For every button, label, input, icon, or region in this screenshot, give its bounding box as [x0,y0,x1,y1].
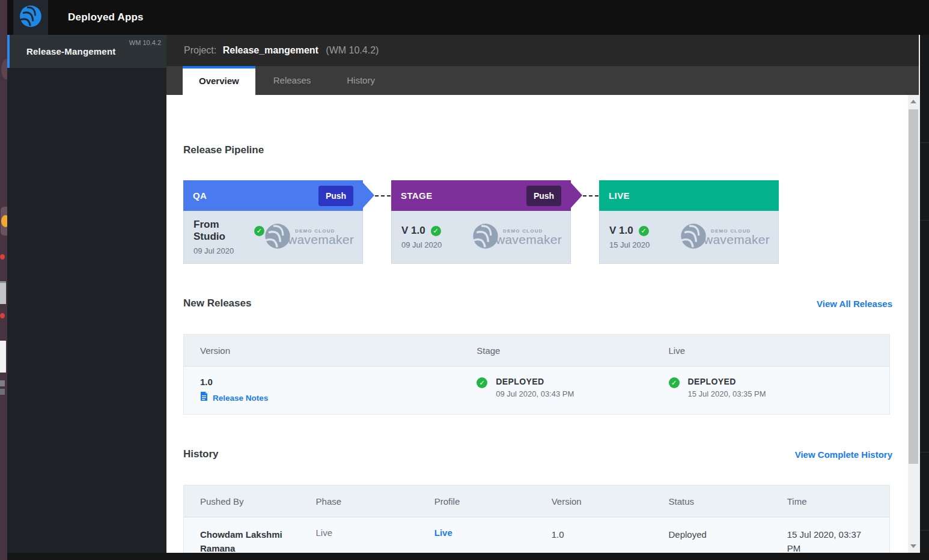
logo-text-wavemaker: wavemaker [704,234,770,246]
stage-name: STAGE [401,190,433,201]
pipeline-card-live: LIVE V 1.0 ✓ 15 Jul 2020 [599,180,779,264]
success-check-icon: ✓ [254,226,264,236]
dock-badge-fragment [0,313,5,318]
tab-releases[interactable]: Releases [255,66,329,95]
strip-divider [920,452,929,452]
page-title: Deployed Apps [68,0,144,35]
wavemaker-wave-icon [19,5,42,30]
release-pipeline: QA Push From Studio ✓ 09 Jul 2020 [183,180,890,264]
project-label: Project: [184,45,216,55]
main-panel: Project: Release_mangement (WM 10.4.2) O… [166,35,919,553]
stage-card-header: STAGE Push [391,180,571,211]
history-phase: Live [316,517,434,553]
column-header-version: Version [184,335,477,366]
new-releases-title: New Releases [183,297,251,309]
bottom-window-edge [7,553,929,560]
arrow-up-icon [910,100,916,103]
demo-cloud-wavemaker-logo: DEMO CLOUD wavemaker [472,223,562,252]
scroll-up-button[interactable] [908,95,919,108]
vertical-scrollbar[interactable] [908,95,919,553]
dock-badge-fragment [0,254,5,260]
column-header-pushed-by: Pushed By [184,485,316,517]
dock-icon-fragment [1,215,7,227]
history-header: History View Complete History [183,448,892,460]
new-releases-table-header: Version Stage Live [184,335,889,367]
scrollbar-thumb[interactable] [909,109,918,464]
column-header-phase: Phase [316,485,434,517]
history-table: Pushed By Phase Profile Version Status T… [183,485,890,553]
stage-version: V 1.0 [401,225,425,237]
qa-card-header: QA Push [183,180,363,211]
stage-card-body: V 1.0 ✓ 09 Jul 2020 [391,211,571,264]
dock-icon-fragment [0,380,5,386]
live-card-body: V 1.0 ✓ 15 Jul 2020 [599,211,779,264]
release-version: 1.0 [200,377,471,387]
new-releases-header: New Releases View All Releases [183,297,892,309]
project-header: Project: Release_mangement (WM 10.4.2) [166,35,919,66]
history-status: Deployed [669,517,787,553]
tab-history[interactable]: History [329,66,393,95]
wavemaker-logo[interactable] [13,0,48,35]
pipeline-card-qa: QA Push From Studio ✓ 09 Jul 2020 [183,180,363,264]
live-card-header: LIVE [599,180,779,211]
live-date: 15 Jul 2020 [609,240,650,249]
stage-name: QA [193,190,207,201]
column-header-profile: Profile [434,485,552,517]
column-header-time: Time [787,485,889,517]
stage-date: 09 Jul 2020 [401,240,442,249]
live-status: DEPLOYED [688,377,766,386]
release-notes-link[interactable]: Release Notes [200,392,471,404]
qa-card-body: From Studio ✓ 09 Jul 2020 [183,211,363,264]
history-profile-link[interactable]: Live [434,528,452,538]
logo-text-wavemaker: wavemaker [496,234,562,246]
dock-icon-fragment [0,389,5,395]
strip-divider [920,530,929,531]
success-check-icon: ✓ [431,226,441,236]
wavemaker-wave-icon [472,223,499,252]
live-version: V 1.0 [609,225,633,237]
history-table-header: Pushed By Phase Profile Version Status T… [184,485,889,517]
deployed-apps-window: Deployed Apps Release-Mangement WM 10.4.… [0,0,929,560]
dock-window-fragment [0,341,6,373]
qa-date: 09 Jul 2020 [193,246,264,255]
document-icon [200,392,208,404]
demo-cloud-wavemaker-logo: DEMO CLOUD wavemaker [264,223,354,252]
deployed-check-icon: ✓ [477,377,487,388]
history-version: 1.0 [552,517,669,553]
column-header-status: Status [669,485,787,517]
deployed-check-icon: ✓ [669,377,680,388]
column-header-stage: Stage [477,335,668,366]
strip-divider [920,142,929,143]
dock-window-fragment [0,281,6,304]
pipeline-arrow-icon [570,182,582,208]
demo-cloud-wavemaker-logo: DEMO CLOUD wavemaker [680,223,770,252]
sidebar-project-version: WM 10.4.2 [129,39,161,46]
view-complete-history-link[interactable]: View Complete History [795,449,892,460]
scroll-down-button[interactable] [908,540,919,553]
history-row: Chowdam Lakshmi Ramana Live Live 1.0 Dep… [184,517,889,553]
tab-overview[interactable]: Overview [183,66,255,95]
strip-divider [920,220,929,221]
overview-content: Release Pipeline QA Push From Studio [166,95,908,553]
new-releases-row: 1.0 Release No [184,367,889,414]
wavemaker-wave-icon [680,223,707,252]
history-time: 15 Jul 2020, 03:37 PM [787,517,889,553]
release-notes-label: Release Notes [213,394,268,403]
view-all-releases-link[interactable]: View All Releases [817,299,892,309]
live-deploy-time: 15 Jul 2020, 03:35 PM [688,389,766,398]
tab-bar: Overview Releases History [166,66,919,95]
sidebar-item-release-mangement[interactable]: Release-Mangement WM 10.4.2 [7,35,166,68]
history-pushed-by: Chowdam Lakshmi Ramana [184,517,316,553]
stage-name: LIVE [609,190,630,201]
stage-push-button[interactable]: Push [526,186,561,206]
background-dock-strip [0,0,7,560]
top-bar: Deployed Apps [7,0,929,35]
dock-icon-fragment [1,59,7,79]
new-releases-table: Version Stage Live 1.0 [183,334,890,415]
qa-push-button[interactable]: Push [318,186,353,206]
logo-text-wavemaker: wavemaker [288,234,354,246]
arrow-down-icon [910,544,916,548]
release-pipeline-title: Release Pipeline [183,144,892,156]
success-check-icon: ✓ [639,226,649,236]
background-right-strip [919,35,929,560]
